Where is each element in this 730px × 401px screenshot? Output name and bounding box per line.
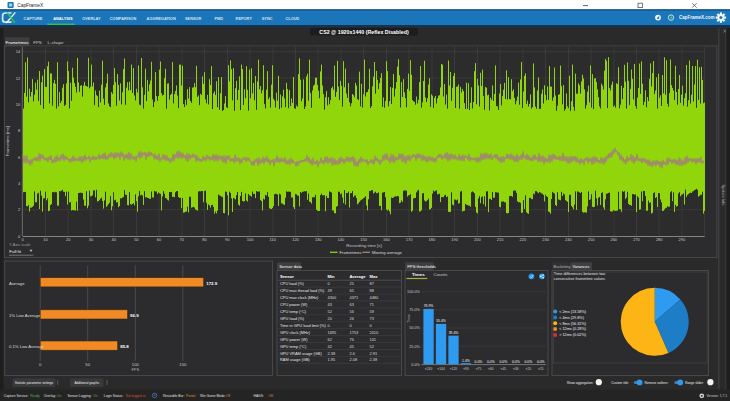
svg-text:0.0%: 0.0% <box>512 360 520 364</box>
svg-text:<30: <30 <box>513 367 519 371</box>
svg-text:Statistic parameter settings: Statistic parameter settings <box>15 381 54 385</box>
svg-text:Win Game Mode:: Win Game Mode: <box>200 394 226 398</box>
svg-text:On: On <box>57 394 62 398</box>
svg-text:50: 50 <box>85 362 90 367</box>
svg-text:Recording time [s]: Recording time [s] <box>346 243 381 248</box>
svg-text:Sensor: Sensor <box>280 274 294 279</box>
svg-text:71: 71 <box>370 302 374 307</box>
svg-text:<15: <15 <box>538 367 544 371</box>
svg-text:100: 100 <box>247 237 254 242</box>
svg-text:FPS: FPS <box>33 40 42 45</box>
svg-text:Moving average: Moving average <box>372 250 402 255</box>
svg-text:GPU temp (°C): GPU temp (°C) <box>280 344 307 349</box>
svg-text:SENSOR: SENSOR <box>185 16 202 21</box>
svg-text:Full fit: Full fit <box>9 249 21 254</box>
svg-text:Remove outliers:: Remove outliers: <box>644 381 668 385</box>
svg-text:<45: <45 <box>501 367 507 371</box>
svg-text:CAPTURE: CAPTURE <box>24 16 43 21</box>
svg-text:L-shape: L-shape <box>48 40 64 45</box>
svg-text:4300: 4300 <box>328 295 337 300</box>
svg-text:CPU load (%): CPU load (%) <box>280 281 304 286</box>
svg-text:Partial: Partial <box>186 394 196 398</box>
svg-text:150: 150 <box>360 237 367 242</box>
svg-text:Overlay:: Overlay: <box>44 394 56 398</box>
svg-text:0.0%: 0.0% <box>537 360 545 364</box>
svg-text:101: 101 <box>370 337 377 342</box>
svg-text:PMD: PMD <box>215 16 224 21</box>
svg-text:Time: Time <box>407 314 411 322</box>
svg-text:> 12ms (0.02%): > 12ms (0.02%) <box>559 333 587 337</box>
svg-text:85.8: 85.8 <box>120 344 129 349</box>
svg-text:Frametimes: Frametimes <box>6 40 30 45</box>
svg-text:1.95: 1.95 <box>328 357 336 362</box>
svg-text:GPU clock (MHz): GPU clock (MHz) <box>280 330 311 335</box>
svg-text:FPS thresholds: FPS thresholds <box>407 264 436 269</box>
svg-text:|: | <box>106 379 107 385</box>
svg-text:Variances: Variances <box>572 264 589 269</box>
svg-text:<75: <75 <box>476 367 482 371</box>
svg-text:Off: Off <box>226 394 230 398</box>
svg-text:88: 88 <box>370 288 374 293</box>
svg-text:1% Low Average: 1% Low Average <box>9 313 41 318</box>
svg-text:2.6: 2.6 <box>350 351 355 356</box>
svg-text:GPU VRAM usage (GB): GPU VRAM usage (GB) <box>280 351 322 356</box>
svg-text:GPU load (%): GPU load (%) <box>280 316 305 321</box>
svg-text:10: 10 <box>43 237 48 242</box>
svg-text:CPU power (W): CPU power (W) <box>280 302 308 307</box>
svg-text:49: 49 <box>328 288 332 293</box>
svg-text:REPORT: REPORT <box>236 16 253 21</box>
svg-text:172.9: 172.9 <box>206 281 218 286</box>
svg-text:100.0%: 100.0% <box>407 290 421 294</box>
svg-text:< 4ms (29.8%): < 4ms (29.8%) <box>559 316 585 320</box>
svg-text:Show aggregation:: Show aggregation: <box>567 381 594 385</box>
svg-text:110: 110 <box>270 237 277 242</box>
svg-text:26: 26 <box>350 316 354 321</box>
svg-text:50.0%: 50.0% <box>409 326 420 330</box>
svg-text:25: 25 <box>350 281 354 286</box>
svg-text:60: 60 <box>157 237 162 242</box>
svg-text:4480: 4480 <box>370 295 379 300</box>
svg-text:Range slider:: Range slider: <box>685 381 704 385</box>
svg-text:FPS: FPS <box>131 367 139 372</box>
svg-text:Time in GPU load limit (%): Time in GPU load limit (%) <box>280 323 326 328</box>
svg-text:Frametimes: Frametimes <box>340 250 362 255</box>
svg-text:<144: <144 <box>437 367 445 371</box>
svg-text:0.0%: 0.0% <box>487 360 495 364</box>
svg-text:Sensor Logging:: Sensor Logging: <box>68 394 92 398</box>
svg-text:2.91: 2.91 <box>370 351 378 356</box>
svg-text:CS2 @ 1920x1440 (Reflex Disabl: CS2 @ 1920x1440 (Reflex Disabled) <box>319 29 409 35</box>
svg-text:43: 43 <box>328 302 332 307</box>
svg-text:<90: <90 <box>463 367 469 371</box>
svg-text:CPU temp (°C): CPU temp (°C) <box>280 309 307 314</box>
svg-text:0.1% Low Average: 0.1% Low Average <box>9 344 45 349</box>
svg-text:Ready: Ready <box>30 394 40 398</box>
svg-text:250: 250 <box>588 237 595 242</box>
svg-text:76: 76 <box>350 337 354 342</box>
svg-text:< 2ms (13.58%): < 2ms (13.58%) <box>559 310 587 314</box>
svg-text:65: 65 <box>350 288 354 293</box>
svg-text:Capture Service:: Capture Service: <box>4 394 29 398</box>
svg-text:56: 56 <box>350 309 354 314</box>
svg-text:Max: Max <box>370 274 379 279</box>
svg-text:On: On <box>93 394 98 398</box>
svg-text:170: 170 <box>406 237 413 242</box>
svg-text:Additional graphs: Additional graphs <box>74 381 99 385</box>
svg-text:Times: Times <box>412 272 425 277</box>
svg-text:COMPARISON: COMPARISON <box>110 16 137 21</box>
svg-text:62: 62 <box>328 337 332 342</box>
svg-text:87: 87 <box>370 281 374 286</box>
svg-text:Not logged in: Not logged in <box>126 394 146 398</box>
svg-text:45: 45 <box>350 344 354 349</box>
svg-text:42: 42 <box>328 344 332 349</box>
svg-text:140: 140 <box>338 237 345 242</box>
svg-text:0.0%: 0.0% <box>500 360 508 364</box>
svg-text:1.4%: 1.4% <box>462 359 470 363</box>
svg-text:CapFrameX.com: CapFrameX.com <box>679 15 715 20</box>
svg-text:SYNC: SYNC <box>262 16 273 21</box>
svg-text:52: 52 <box>328 309 332 314</box>
svg-text:50: 50 <box>134 237 139 242</box>
svg-text:52: 52 <box>370 344 374 349</box>
svg-text:25.0%: 25.0% <box>409 345 420 349</box>
svg-text:Version: 1.7.1: Version: 1.7.1 <box>707 394 728 398</box>
svg-text:0.0%: 0.0% <box>475 360 483 364</box>
